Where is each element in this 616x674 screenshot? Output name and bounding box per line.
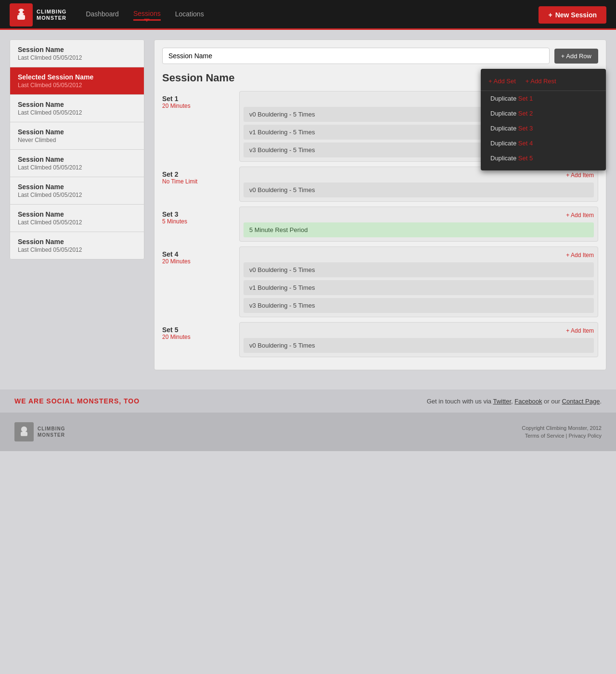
- footer-logo-icon: [14, 422, 34, 441]
- sidebar: Session Name Last Climbed 05/05/2012 Sel…: [10, 39, 144, 370]
- session-item-name: Session Name: [18, 156, 136, 163]
- session-item[interactable]: Session Name Last Climbed 05/05/2012: [10, 40, 144, 67]
- nav-sessions[interactable]: Sessions: [133, 10, 161, 21]
- session-item[interactable]: Session Name Last Climbed 05/05/2012: [10, 150, 144, 177]
- add-rest-link[interactable]: + Add Rest: [526, 78, 556, 85]
- session-item[interactable]: Session Name Last Climbed 05/05/2012: [10, 232, 144, 259]
- social-title: WE ARE SOCIAL MONSTERS, TOO: [14, 397, 140, 405]
- session-item[interactable]: Session Name Last Climbed 05/05/2012: [10, 95, 144, 122]
- social-links: Get in touch with us via Twitter, Facebo…: [427, 398, 602, 405]
- session-item-date: Last Climbed 05/05/2012: [18, 109, 136, 116]
- svg-point-2: [17, 11, 20, 13]
- session-item[interactable]: Session Name Never Climbed: [10, 122, 144, 150]
- set-2-label: Set 2 No Time Limit: [162, 167, 239, 202]
- session-item-name: Session Name: [18, 46, 136, 53]
- list-item: v0 Bouldering - 5 Times: [244, 338, 594, 353]
- terms-link[interactable]: Terms of Service: [525, 433, 565, 439]
- set-2-items: + Add Item v0 Bouldering - 5 Times: [239, 167, 598, 202]
- session-item-date: Last Climbed 05/05/2012: [18, 82, 136, 89]
- main-nav: Dashboard Sessions Locations: [86, 10, 539, 21]
- set-4: Set 4 20 Minutes + Add Item v0 Boulderin…: [162, 246, 598, 317]
- session-item-name: Session Name: [18, 101, 136, 108]
- footer-social: WE ARE SOCIAL MONSTERS, TOO Get in touch…: [0, 389, 616, 413]
- add-item-button[interactable]: + Add Item: [244, 169, 594, 180]
- logo-icon: [10, 3, 33, 26]
- contact-link[interactable]: Contact Page: [562, 398, 600, 405]
- session-item-name: Session Name: [18, 238, 136, 246]
- list-item: v0 Bouldering - 5 Times: [244, 262, 594, 277]
- twitter-link[interactable]: Twitter: [493, 398, 511, 405]
- set-5-items: + Add Item v0 Bouldering - 5 Times: [239, 322, 598, 357]
- dropdown-item-dup5[interactable]: Duplicate Set 5: [481, 151, 606, 166]
- session-item[interactable]: Session Name Last Climbed 05/05/2012: [10, 177, 144, 205]
- facebook-link[interactable]: Facebook: [514, 398, 542, 405]
- set-3-label: Set 3 5 Minutes: [162, 207, 239, 242]
- session-item-name: Selected Session Name: [18, 73, 136, 81]
- list-item: 5 Minute Rest Period: [244, 222, 594, 237]
- session-item-date: Last Climbed 05/05/2012: [18, 192, 136, 198]
- session-item-name: Session Name: [18, 128, 136, 136]
- logo: CLIMBING MONSTER: [10, 3, 66, 26]
- nav-dashboard[interactable]: Dashboard: [86, 10, 119, 20]
- session-item-name: Session Name: [18, 183, 136, 191]
- session-list: Session Name Last Climbed 05/05/2012 Sel…: [10, 39, 144, 259]
- footer-logo-text: CLIMBING MONSTER: [38, 426, 65, 438]
- plus-icon: +: [548, 11, 552, 19]
- session-item-date: Last Climbed 05/05/2012: [18, 219, 136, 226]
- add-item-button[interactable]: + Add Item: [244, 209, 594, 220]
- new-session-button[interactable]: + New Session: [539, 6, 606, 24]
- dropdown-item-dup4[interactable]: Duplicate Set 4: [481, 136, 606, 151]
- list-item: v3 Bouldering - 5 Times: [244, 298, 594, 313]
- set-5-label: Set 5 20 Minutes: [162, 322, 239, 357]
- session-item-date: Last Climbed 05/05/2012: [18, 54, 136, 61]
- set-3: Set 3 5 Minutes + Add Item 5 Minute Rest…: [162, 207, 598, 242]
- session-name-input[interactable]: [162, 48, 550, 64]
- svg-point-3: [23, 11, 26, 13]
- svg-point-4: [21, 427, 27, 432]
- footer-bottom: CLIMBING MONSTER Copyright Climbing Mons…: [0, 413, 616, 451]
- session-item[interactable]: Session Name Last Climbed 05/05/2012: [10, 205, 144, 232]
- panel-header: + Add Row: [162, 48, 598, 64]
- set-4-label: Set 4 20 Minutes: [162, 246, 239, 317]
- dropdown-header: + Add Set + Add Rest: [481, 74, 606, 91]
- add-item-button[interactable]: + Add Item: [244, 324, 594, 335]
- privacy-link[interactable]: Privacy Policy: [569, 433, 602, 439]
- dropdown-menu: + Add Set + Add Rest Duplicate Set 1 Dup…: [481, 69, 606, 170]
- add-item-button[interactable]: + Add Item: [244, 249, 594, 259]
- add-row-button[interactable]: + Add Row: [554, 49, 598, 64]
- set-2: Set 2 No Time Limit + Add Item v0 Boulde…: [162, 167, 598, 202]
- footer-logo: CLIMBING MONSTER: [14, 422, 65, 441]
- dropdown-item-dup3[interactable]: Duplicate Set 3: [481, 121, 606, 136]
- header: CLIMBING MONSTER Dashboard Sessions Loca…: [0, 0, 616, 30]
- svg-rect-1: [17, 15, 25, 20]
- session-item-name: Session Name: [18, 210, 136, 218]
- copyright: Copyright Climbing Monster, 2012: [522, 425, 602, 431]
- footer-links: Copyright Climbing Monster, 2012 Terms o…: [522, 425, 602, 439]
- main-content: Session Name Last Climbed 05/05/2012 Sel…: [0, 30, 616, 380]
- set-5: Set 5 20 Minutes + Add Item v0 Boulderin…: [162, 322, 598, 357]
- session-item-date: Last Climbed 05/05/2012: [18, 164, 136, 171]
- set-3-items: + Add Item 5 Minute Rest Period: [239, 207, 598, 242]
- new-session-label: New Session: [555, 11, 597, 19]
- session-item-date: Last Climbed 05/05/2012: [18, 246, 136, 253]
- dropdown-item-dup1[interactable]: Duplicate Set 1: [481, 91, 606, 106]
- logo-text: CLIMBING MONSTER: [37, 9, 66, 21]
- list-item: v1 Bouldering - 5 Times: [244, 280, 594, 295]
- set-4-items: + Add Item v0 Bouldering - 5 Times v1 Bo…: [239, 246, 598, 317]
- session-item-selected[interactable]: Selected Session Name Last Climbed 05/05…: [10, 67, 144, 95]
- session-item-date: Never Climbed: [18, 137, 136, 143]
- list-item: v0 Bouldering - 5 Times: [244, 182, 594, 197]
- set-1-label: Set 1 20 Minutes: [162, 91, 239, 162]
- dropdown-item-dup2[interactable]: Duplicate Set 2: [481, 106, 606, 121]
- add-set-link[interactable]: + Add Set: [488, 78, 516, 85]
- nav-locations[interactable]: Locations: [175, 10, 204, 20]
- svg-rect-5: [21, 432, 27, 436]
- main-panel: + Add Row Session Name + Add Set + Add R…: [154, 39, 606, 370]
